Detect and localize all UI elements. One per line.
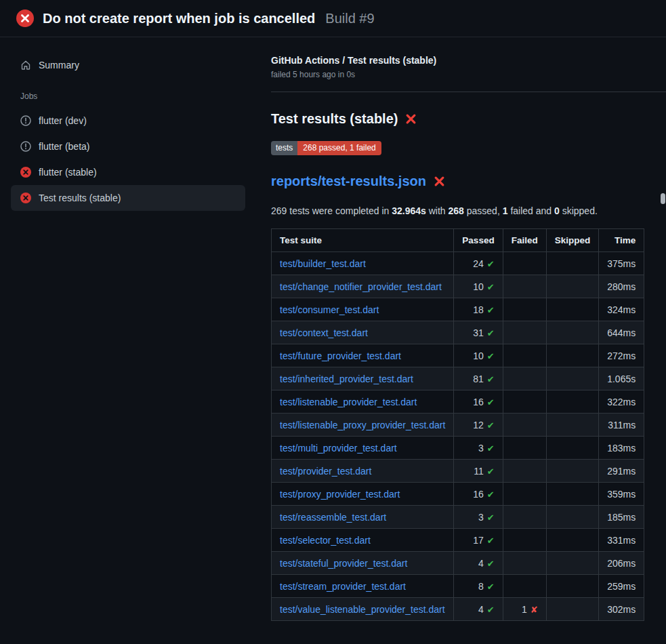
time-cell: 375ms [599, 252, 644, 275]
summary-passed-count: 268 [449, 205, 464, 216]
check-icon: ✔ [487, 259, 495, 269]
failed-cell [503, 529, 546, 552]
table-row: test/listenable_proxy_provider_test.dart… [272, 414, 644, 437]
check-icon: ✔ [487, 351, 495, 361]
passed-count: 11 [474, 466, 484, 477]
cross-icon [405, 113, 417, 125]
report-title: reports/test-results.json [271, 174, 644, 189]
skipped-cell [546, 506, 599, 529]
skipped-cell [546, 344, 599, 367]
section-title: Test results (stable) [271, 111, 644, 127]
skipped-cell [546, 437, 599, 460]
passed-count: 3 [478, 512, 484, 523]
test-suite-link[interactable]: test/proxy_provider_test.dart [280, 489, 400, 500]
time-cell: 1.065s [599, 367, 644, 390]
skipped-cell [546, 367, 599, 390]
passed-count: 3 [478, 443, 484, 454]
test-suite-cell: test/change_notifier_provider_test.dart [272, 275, 454, 298]
test-suite-cell: test/future_provider_test.dart [272, 344, 454, 367]
test-suite-cell: test/inherited_provider_test.dart [272, 367, 454, 390]
tests-badge: tests 268 passed, 1 failed [271, 141, 381, 155]
table-row: test/proxy_provider_test.dart16✔359ms [272, 483, 644, 506]
skipped-cell [546, 252, 599, 275]
report-link[interactable]: reports/test-results.json [271, 174, 426, 189]
passed-count: 16 [473, 397, 484, 407]
skipped-cell [546, 460, 599, 483]
passed-cell: 12✔ [454, 414, 503, 437]
skipped-cell [546, 321, 599, 344]
test-suite-link[interactable]: test/builder_test.dart [280, 258, 366, 269]
summary-skipped-count: 0 [554, 205, 560, 216]
failed-cell [503, 552, 546, 575]
time-cell: 322ms [599, 390, 644, 414]
failed-cell [503, 275, 546, 298]
sidebar-item-flutter-beta[interactable]: flutter (beta) [11, 134, 245, 159]
passed-count: 4 [478, 558, 484, 569]
table-header-row: Test suite Passed Failed Skipped Time [272, 229, 644, 252]
test-suite-link[interactable]: test/change_notifier_provider_test.dart [280, 281, 442, 292]
passed-count: 4 [478, 604, 484, 615]
sidebar-item-label: Test results (stable) [39, 193, 121, 203]
check-icon: ✔ [487, 582, 495, 592]
breadcrumb: GitHub Actions / Test results (stable) [271, 55, 644, 66]
main-content: GitHub Actions / Test results (stable) f… [255, 37, 666, 621]
time-cell: 291ms [599, 460, 644, 483]
test-suite-link[interactable]: test/context_test.dart [280, 327, 368, 338]
failed-cell [503, 321, 546, 344]
check-icon: ✔ [487, 443, 495, 454]
check-icon: ✔ [487, 605, 495, 615]
test-suite-link[interactable]: test/future_provider_test.dart [280, 350, 401, 361]
test-suite-link[interactable]: test/provider_test.dart [280, 466, 371, 477]
failed-cell [503, 344, 546, 367]
sidebar-item-summary[interactable]: Summary [11, 52, 245, 78]
time-cell: 359ms [599, 483, 644, 506]
test-suite-link[interactable]: test/multi_provider_test.dart [280, 443, 397, 454]
failed-cell [503, 298, 546, 321]
passed-cell: 8✔ [454, 575, 503, 598]
run-header: Do not create report when job is cancell… [0, 0, 666, 37]
test-suite-link[interactable]: test/inherited_provider_test.dart [280, 374, 413, 384]
test-suite-link[interactable]: test/consumer_test.dart [280, 304, 379, 315]
summary-failed-count: 1 [503, 205, 508, 216]
passed-cell: 4✔ [454, 552, 503, 575]
scrollbar-thumb[interactable] [661, 193, 665, 204]
table-row: test/consumer_test.dart18✔324ms [272, 298, 644, 321]
passed-count: 81 [473, 374, 484, 384]
sidebar-item-flutter-dev[interactable]: flutter (dev) [11, 108, 245, 134]
test-suite-link[interactable]: test/stream_provider_test.dart [280, 581, 406, 592]
column-header-time: Time [599, 229, 644, 252]
check-icon: ✔ [487, 559, 495, 569]
test-suite-link[interactable]: test/selector_test.dart [280, 535, 371, 546]
passed-cell: 16✔ [454, 483, 503, 506]
failed-count: 1 [522, 604, 527, 615]
test-suite-link[interactable]: test/listenable_proxy_provider_test.dart [280, 420, 445, 430]
skipped-cell [546, 414, 599, 437]
test-suite-link[interactable]: test/reassemble_test.dart [280, 512, 386, 523]
check-icon: ✔ [487, 282, 495, 292]
column-header-test-suite: Test suite [272, 229, 454, 252]
passed-cell: 18✔ [454, 298, 503, 321]
column-header-failed: Failed [503, 229, 546, 252]
failed-cell [503, 437, 546, 460]
passed-cell: 17✔ [454, 529, 503, 552]
test-table-body: test/builder_test.dart24✔375mstest/chang… [272, 252, 644, 621]
skipped-cell [546, 298, 599, 321]
summary-line: 269 tests were completed in 32.964s with… [271, 205, 644, 216]
test-suite-link[interactable]: test/value_listenable_provider_test.dart [280, 604, 445, 615]
test-suite-cell: test/reassemble_test.dart [272, 506, 454, 529]
column-header-passed: Passed [454, 229, 503, 252]
time-cell: 206ms [599, 552, 644, 575]
passed-count: 24 [473, 258, 484, 269]
sidebar-item-test-results-stable[interactable]: Test results (stable) [11, 185, 245, 211]
column-header-skipped: Skipped [546, 229, 599, 252]
failed-cell: 1✘ [503, 598, 546, 621]
failed-cell [503, 252, 546, 275]
check-icon: ✔ [487, 305, 495, 315]
skipped-cell [546, 575, 599, 598]
check-icon: ✔ [487, 374, 495, 384]
sidebar: Summary Jobs flutter (dev) flut [0, 37, 255, 211]
test-suite-link[interactable]: test/listenable_provider_test.dart [280, 397, 417, 407]
jobs-section-label: Jobs [11, 78, 245, 108]
test-suite-link[interactable]: test/stateful_provider_test.dart [280, 558, 407, 569]
sidebar-item-flutter-stable[interactable]: flutter (stable) [11, 159, 245, 185]
